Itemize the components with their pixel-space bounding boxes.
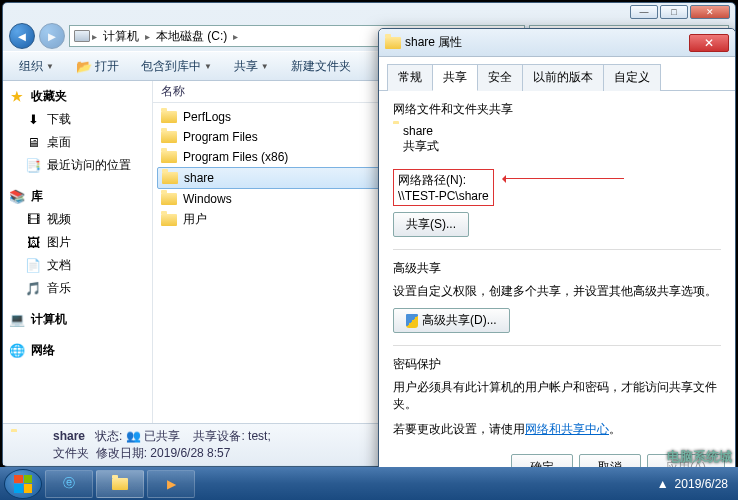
properties-dialog: share 属性 ✕ 常规 共享 安全 以前的版本 自定义 网络文件和文件夹共享… bbox=[378, 28, 736, 490]
breadcrumb-drive[interactable]: 本地磁盘 (C:) bbox=[152, 28, 231, 45]
chevron-down-icon: ▼ bbox=[261, 62, 269, 71]
watermark: 电脑系统城 bbox=[667, 448, 732, 466]
system-tray[interactable]: ▲ 2019/6/28 bbox=[657, 477, 734, 491]
annotation-arrow bbox=[504, 178, 624, 179]
folder-icon bbox=[162, 170, 178, 186]
folder-icon bbox=[161, 129, 177, 145]
tray-icon[interactable]: ▲ bbox=[657, 477, 669, 491]
folder-icon bbox=[161, 191, 177, 207]
network-path-box: 网络路径(N): \\TEST-PC\share bbox=[393, 169, 494, 206]
advanced-share-button[interactable]: 高级共享(D)... bbox=[393, 308, 510, 333]
dialog-title: share 属性 bbox=[401, 34, 689, 51]
folder-icon bbox=[11, 432, 43, 458]
star-icon: ★ bbox=[9, 89, 25, 105]
sidebar-item-music[interactable]: 🎵音乐 bbox=[3, 277, 152, 300]
video-icon: 🎞 bbox=[25, 212, 41, 228]
folder-icon bbox=[161, 212, 177, 228]
media-icon: ▶ bbox=[167, 477, 176, 491]
ie-icon: ⓔ bbox=[63, 475, 75, 492]
path-label: 网络路径(N): bbox=[398, 172, 489, 189]
section-desc: 用户必须具有此计算机的用户帐户和密码，才能访问共享文件夹。 bbox=[393, 379, 721, 413]
titlebar: — □ ✕ bbox=[3, 3, 735, 21]
sidebar-libraries[interactable]: 📚库 bbox=[3, 185, 152, 208]
section-desc: 设置自定义权限，创建多个共享，并设置其他高级共享选项。 bbox=[393, 283, 721, 300]
music-icon: 🎵 bbox=[25, 281, 41, 297]
sidebar-computer[interactable]: 💻计算机 bbox=[3, 308, 152, 331]
taskbar: ⓔ ▶ ▲ 2019/6/28 bbox=[0, 467, 738, 500]
share-button[interactable]: 共享(S)... bbox=[393, 212, 469, 237]
shield-icon bbox=[406, 314, 418, 328]
organize-menu[interactable]: 组织▼ bbox=[11, 55, 62, 78]
share-name: share bbox=[403, 124, 439, 138]
desktop-icon: 🖥 bbox=[25, 135, 41, 151]
network-icon: 🌐 bbox=[9, 343, 25, 359]
sidebar: ★收藏夹 ⬇下载 🖥桌面 📑最近访问的位置 📚库 🎞视频 🖼图片 📄文档 🎵音乐… bbox=[3, 81, 153, 423]
recent-icon: 📑 bbox=[25, 158, 41, 174]
sidebar-item-pictures[interactable]: 🖼图片 bbox=[3, 231, 152, 254]
library-icon: 📚 bbox=[9, 189, 25, 205]
sidebar-item-downloads[interactable]: ⬇下载 bbox=[3, 108, 152, 131]
explorer-icon bbox=[112, 478, 128, 490]
dialog-titlebar: share 属性 ✕ bbox=[379, 29, 735, 57]
section-title: 密码保护 bbox=[393, 356, 721, 373]
section-hint: 若要更改此设置，请使用网络和共享中心。 bbox=[393, 421, 721, 438]
sidebar-item-desktop[interactable]: 🖥桌面 bbox=[3, 131, 152, 154]
open-button[interactable]: 📂打开 bbox=[68, 55, 127, 78]
chevron-down-icon: ▼ bbox=[204, 62, 212, 71]
network-center-link[interactable]: 网络和共享中心 bbox=[525, 422, 609, 436]
status-text: share 状态: 👥 已共享 共享设备: test; 文件夹 修改日期: 20… bbox=[53, 428, 271, 462]
sidebar-item-videos[interactable]: 🎞视频 bbox=[3, 208, 152, 231]
share-status: 共享式 bbox=[403, 138, 439, 155]
windows-logo-icon bbox=[14, 475, 32, 493]
include-menu[interactable]: 包含到库中▼ bbox=[133, 55, 220, 78]
chevron-right-icon: ▸ bbox=[92, 31, 97, 42]
minimize-button[interactable]: — bbox=[630, 5, 658, 19]
tab-previous[interactable]: 以前的版本 bbox=[522, 64, 604, 91]
start-button[interactable] bbox=[4, 469, 42, 499]
sidebar-network[interactable]: 🌐网络 bbox=[3, 339, 152, 362]
chevron-right-icon: ▸ bbox=[145, 31, 150, 42]
path-value: \\TEST-PC\share bbox=[398, 189, 489, 203]
document-icon: 📄 bbox=[25, 258, 41, 274]
folder-icon bbox=[161, 109, 177, 125]
breadcrumb-computer[interactable]: 计算机 bbox=[99, 28, 143, 45]
share-menu[interactable]: 共享▼ bbox=[226, 55, 277, 78]
dialog-tabs: 常规 共享 安全 以前的版本 自定义 bbox=[379, 57, 735, 91]
download-icon: ⬇ bbox=[25, 112, 41, 128]
open-icon: 📂 bbox=[76, 58, 92, 74]
sidebar-favorites[interactable]: ★收藏夹 bbox=[3, 85, 152, 108]
taskbar-item[interactable]: ▶ bbox=[147, 470, 195, 498]
computer-icon: 💻 bbox=[9, 312, 25, 328]
taskbar-item[interactable]: ⓔ bbox=[45, 470, 93, 498]
clock[interactable]: 2019/6/28 bbox=[675, 477, 728, 491]
maximize-button[interactable]: □ bbox=[660, 5, 688, 19]
taskbar-item[interactable] bbox=[96, 470, 144, 498]
dialog-close-button[interactable]: ✕ bbox=[689, 34, 729, 52]
picture-icon: 🖼 bbox=[25, 235, 41, 251]
folder-icon bbox=[161, 149, 177, 165]
back-button[interactable]: ◄ bbox=[9, 23, 35, 49]
tab-custom[interactable]: 自定义 bbox=[603, 64, 661, 91]
chevron-right-icon: ▸ bbox=[233, 31, 238, 42]
close-button[interactable]: ✕ bbox=[690, 5, 730, 19]
section-title: 高级共享 bbox=[393, 260, 721, 277]
tab-security[interactable]: 安全 bbox=[477, 64, 523, 91]
tab-sharing[interactable]: 共享 bbox=[432, 64, 478, 91]
sidebar-item-recent[interactable]: 📑最近访问的位置 bbox=[3, 154, 152, 177]
section-title: 网络文件和文件夹共享 bbox=[393, 101, 721, 118]
forward-button[interactable]: ► bbox=[39, 23, 65, 49]
newfolder-button[interactable]: 新建文件夹 bbox=[283, 55, 359, 78]
folder-icon bbox=[385, 35, 401, 51]
dialog-body: 网络文件和文件夹共享 share 共享式 网络路径(N): \\TEST-PC\… bbox=[379, 91, 735, 461]
chevron-down-icon: ▼ bbox=[46, 62, 54, 71]
sidebar-item-documents[interactable]: 📄文档 bbox=[3, 254, 152, 277]
drive-icon bbox=[74, 28, 90, 44]
tab-general[interactable]: 常规 bbox=[387, 64, 433, 91]
